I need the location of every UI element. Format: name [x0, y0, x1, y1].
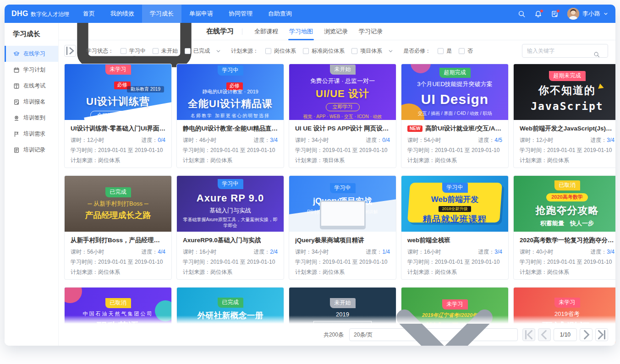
cover-text: Axure RP 9.0 — [197, 192, 264, 205]
nav-item-my-performance[interactable]: 我的绩效 — [103, 5, 142, 23]
tab-learning-map[interactable]: 学习地图 — [289, 23, 313, 40]
course-source-row: 计划来源：岗位体系 — [71, 155, 165, 165]
page-size-select[interactable]: 20条/页 — [349, 328, 518, 341]
course-info: 2020高考数学一轮复习抢跑夺分攻略课时：40小时进度：3/4学习时间：2019… — [514, 232, 615, 277]
source-chevron-down-icon[interactable] — [388, 49, 393, 54]
course-title: UI设计训练营-零基础入门UI界面设计G... — [71, 125, 165, 133]
checkbox-label: 学习中 — [129, 47, 146, 55]
last-page-button[interactable] — [595, 328, 608, 341]
course-card[interactable]: 学习中jQuery项目实战PS | jQuery | ajax | css3 |… — [289, 175, 396, 280]
search-icon[interactable] — [598, 48, 604, 54]
checkbox[interactable] — [265, 48, 271, 54]
checkbox[interactable] — [459, 48, 465, 54]
cover-text: 名师教学 加薪更省心的明智选择 — [191, 113, 270, 119]
status-badge: 未学习 — [105, 65, 131, 75]
period-field: 学习时间：2019-01-01 至 2019-01-10 — [183, 257, 275, 267]
course-title-text: AxureRP9.0基础入门与实战 — [183, 236, 261, 244]
status-option-1[interactable]: 未开始 — [153, 47, 178, 55]
checkbox[interactable] — [153, 48, 159, 54]
status-chevron-down-icon[interactable] — [216, 49, 221, 54]
source-option-0[interactable]: 岗位体系 — [265, 47, 296, 55]
cover-text: 全能UI设计精品课 — [188, 98, 273, 110]
sidebar-item-online-exam[interactable]: 在线考试 — [5, 78, 58, 94]
required-option-0[interactable]: 是 — [438, 47, 452, 55]
course-card[interactable]: 已取消2020高考数学抢跑夺分攻略积蓄能量 快人一步2020高考数学一轮复习抢跑… — [513, 175, 615, 280]
course-cover: 超期完成3个月UED技能提升突破方案UI Design交互 / 插画 / 界面 … — [401, 64, 508, 120]
status-badge: 超期未完成 — [549, 71, 586, 81]
hours-field: 课时：12小时 — [71, 135, 104, 145]
course-card[interactable]: 超期完成3个月UED技能提升突破方案UI Design交互 / 插画 / 界面 … — [401, 64, 509, 168]
checkbox[interactable] — [351, 48, 357, 54]
period-field: 学习时间：2019-01-01 至 2019-01-10 — [183, 145, 275, 155]
cover-text: 交互 / 插画 / 界面 / C4D / 动效 / 职场 — [418, 111, 492, 117]
cover-text: JavaScript — [531, 100, 603, 113]
hours-field: 课时：16小时 — [183, 247, 216, 257]
nav-item-learning-growth[interactable]: 学习成长 — [142, 5, 181, 23]
hours-field: 课时：46小时 — [183, 135, 216, 145]
course-card[interactable]: 已完成─ 从新手村到打Boss ─产品经理成长之路从新手村到打Boss，产品经理… — [64, 175, 172, 280]
nav-item-form-request[interactable]: 单据申请 — [181, 5, 221, 23]
nav-item-home[interactable]: 首页 — [75, 5, 103, 23]
source-option-2[interactable]: 项目体系 — [351, 47, 382, 55]
tab-all-courses[interactable]: 全部课程 — [254, 23, 278, 40]
required-option-1[interactable]: 否 — [459, 47, 473, 55]
course-card[interactable]: 未开始免费公开课 · 总监一对一UI/UE 设计立即学习视觉 · APP · W… — [289, 64, 396, 168]
clipboard-icon — [13, 99, 20, 105]
cover-text: 2019 — [336, 311, 349, 318]
course-title: 2020高考数学一轮复习抢跑夺分攻略 — [520, 236, 615, 244]
course-card[interactable]: 学习中必修静电的UI设计教室 · 2019全能UI设计精品课名师教学 加薪更省心… — [176, 64, 284, 168]
checkbox[interactable] — [185, 48, 191, 54]
prev-page-button[interactable] — [538, 328, 551, 341]
course-grid: 未学习必修勤乐教育 2019UI设计训练营全程辅导 就业无忧UI设计训练营-零基… — [59, 61, 615, 346]
course-cover: 超期未完成你不知道的JavaScript — [514, 64, 615, 120]
course-title-text: jQuery极果商城项目精讲 — [295, 236, 364, 244]
book-icon — [13, 83, 20, 89]
sidebar-item-online-learning[interactable]: 在线学习 — [5, 46, 58, 62]
course-cover: 未开始免费公开课 · 总监一对一UI/UE 设计立即学习视觉 · APP · W… — [289, 64, 396, 120]
first-page-button[interactable] — [522, 328, 535, 341]
records-icon — [13, 147, 20, 153]
checkbox[interactable] — [121, 48, 126, 54]
todo-report-icon[interactable] — [551, 10, 559, 18]
sidebar-item-training-needs[interactable]: 培训需求 — [5, 126, 58, 142]
sidebar-item-study-plan[interactable]: 学习计划 — [5, 62, 58, 78]
bell-icon[interactable] — [534, 10, 542, 18]
course-card[interactable]: 学习中Axure RP 9.0基础入门与实战零基础掌握Axure原型工具，大量案… — [176, 175, 284, 280]
cover-text: 静电的UI设计教室 · 2019 — [202, 89, 258, 95]
tab-learning-records[interactable]: 学习记录 — [359, 23, 383, 40]
status-option-0[interactable]: 学习中 — [121, 47, 146, 55]
hours-field: 课时：54小时 — [407, 135, 441, 145]
course-card[interactable]: 未学习必修勤乐教育 2019UI设计训练营全程辅导 就业无忧UI设计训练营-零基… — [64, 64, 172, 168]
cover-text: 视觉 · APP · WEB · 交互 · ICON · 动效 — [303, 114, 382, 120]
search-icon[interactable] — [518, 10, 526, 18]
sidebar-item-training-signup[interactable]: 培训报名 — [5, 94, 58, 110]
course-card[interactable]: 学习中Web前端开发2018全新升级精品就业班课程web前端全栈班课时：16小时… — [401, 175, 509, 280]
course-card[interactable]: 超期未完成你不知道的JavaScriptWeb前端开发之JavaScript(J… — [513, 64, 615, 168]
source-option-1[interactable]: 标准岗位体系 — [303, 47, 345, 55]
next-page-button[interactable] — [580, 328, 593, 341]
checkbox[interactable] — [438, 48, 444, 54]
course-info: UI设计训练营-零基础入门UI界面设计G...课时：12小时进度：0/4学习时间… — [65, 120, 171, 165]
collapse-filter-button[interactable] — [64, 45, 76, 57]
user-menu[interactable]: 李小路 — [567, 8, 608, 20]
progress-value: 3/4 — [270, 137, 278, 143]
course-meta-row: 课时：56小时进度：4/4 — [71, 247, 165, 257]
period-field: 学习时间：2019-01-01 至 2019-01-10 — [407, 257, 499, 267]
course-info: Web前端开发之JavaScript(Js)精英课...课时：12小时进度：3/… — [514, 120, 615, 165]
status-option-2[interactable]: 已完成 — [185, 47, 210, 55]
checkbox-label: 已完成 — [193, 47, 210, 55]
nav-item-collaboration[interactable]: 协同管理 — [221, 5, 260, 23]
course-info: NEW高阶UI设计就业班/交互/APP设计..课时：54小时进度：4/5学习时间… — [401, 120, 508, 165]
nav-item-self-query[interactable]: 自助查询 — [260, 5, 300, 23]
progress-value: 2/4 — [270, 249, 278, 255]
tab-browse-history[interactable]: 浏览记录 — [324, 23, 348, 40]
course-period-row: 学习时间：2019-01-01 至 2019-01-10 — [407, 257, 502, 267]
checkbox[interactable] — [303, 48, 309, 54]
progress-label: 进度： — [590, 137, 607, 143]
period-field: 学习时间：2019-01-01 至 2019-01-10 — [407, 145, 499, 155]
sidebar-item-training-checkin[interactable]: 培训签到 — [5, 110, 58, 126]
sidebar-item-training-records[interactable]: 培训记录 — [5, 142, 58, 158]
course-period-row: 学习时间：2019-01-01 至 2019-01-10 — [183, 257, 278, 267]
progress-label: 进度： — [478, 249, 494, 255]
period-field: 学习时间：2019-01-01 至 2019-01-10 — [520, 257, 612, 267]
